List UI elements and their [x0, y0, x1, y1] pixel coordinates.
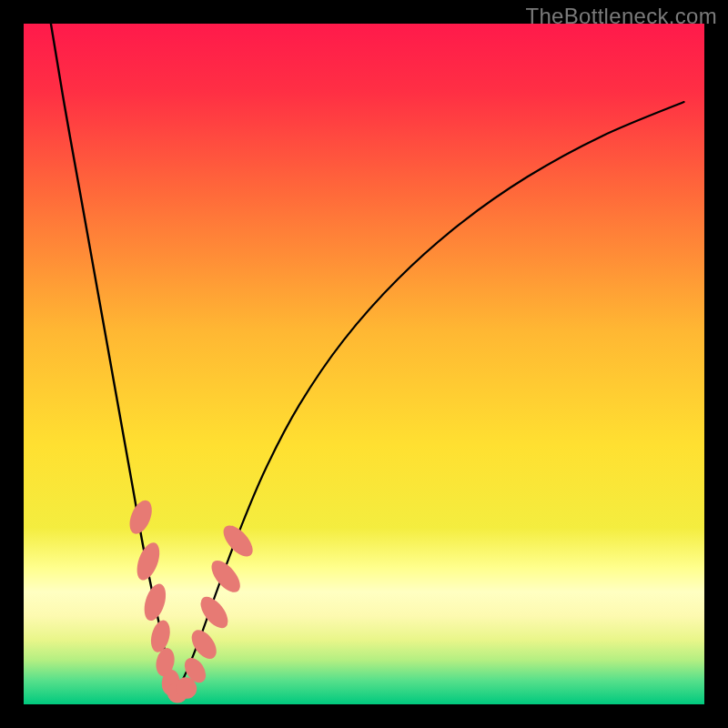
- chart-svg: [24, 24, 704, 704]
- gradient-background: [24, 24, 704, 704]
- watermark-text: TheBottleneck.com: [525, 4, 717, 29]
- plot-area: [24, 24, 704, 704]
- chart-frame: TheBottleneck.com: [0, 0, 728, 728]
